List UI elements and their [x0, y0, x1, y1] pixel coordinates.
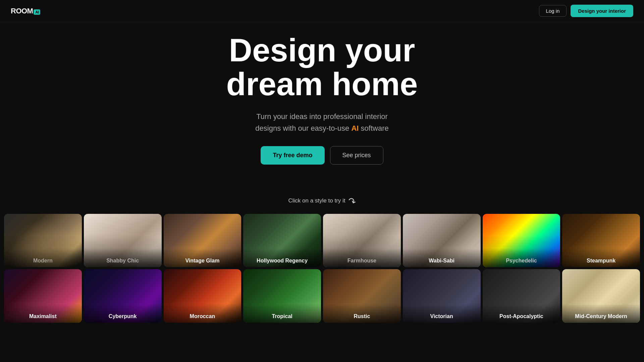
style-card-inner-post-apocalyptic [483, 269, 560, 322]
style-card-inner-wabi-sabi [403, 214, 481, 267]
style-card-modern[interactable]: Modern [4, 214, 82, 267]
style-card-inner-tropical [243, 269, 321, 322]
hero-buttons: Try free demo See prices [0, 146, 644, 165]
style-card-inner-maximalist [4, 269, 82, 322]
style-card-victorian[interactable]: Victorian [403, 269, 481, 322]
nav-actions: Log in Design your interior [539, 5, 633, 17]
style-card-inner-cyberpunk [84, 269, 162, 322]
try-free-demo-button[interactable]: Try free demo [261, 146, 324, 165]
hero-section: Design your dream home Turn your ideas i… [0, 0, 644, 178]
hero-headline: Design your dream home [0, 34, 644, 101]
styles-grid-row2: Maximalist Cyberpunk Moroccan Tropical R… [0, 269, 644, 329]
logo-room-text: ROOM [11, 7, 33, 15]
style-card-post-apocalyptic[interactable]: Post-Apocalyptic [483, 269, 560, 322]
style-card-cyberpunk[interactable]: Cyberpunk [84, 269, 162, 322]
logo-wordmark: ROOMAI [11, 7, 40, 15]
style-card-farmhouse[interactable]: Farmhouse [323, 214, 401, 267]
styles-grid-row1: Modern Shabby Chic Vintage Glam Hollywoo… [0, 214, 644, 267]
hero-subtext-line2: designs with our easy-to-use [255, 124, 351, 132]
style-card-inner-mid-century-modern [562, 269, 640, 322]
style-card-moroccan[interactable]: Moroccan [164, 269, 241, 322]
see-prices-button[interactable]: See prices [330, 146, 383, 165]
logo: ROOMAI [11, 7, 40, 15]
style-card-inner-vintage-glam [164, 214, 241, 267]
style-card-wabi-sabi[interactable]: Wabi-Sabi [403, 214, 481, 267]
hero-ai-text: AI [351, 124, 359, 132]
style-card-inner-victorian [403, 269, 481, 322]
style-card-inner-rustic [323, 269, 401, 322]
style-card-inner-hollywood-regency [243, 214, 321, 267]
hero-headline-line1: Design your [229, 32, 415, 68]
style-card-steampunk[interactable]: Steampunk [562, 214, 640, 267]
arrow-hint-icon: ↷ [346, 195, 358, 208]
hero-headline-line2: dream home [226, 66, 418, 102]
style-card-tropical[interactable]: Tropical [243, 269, 321, 322]
hero-subtext-line1: Turn your ideas into professional interi… [256, 112, 388, 121]
style-card-mid-century-modern[interactable]: Mid-Century Modern [562, 269, 640, 322]
style-card-inner-psychedelic [483, 214, 560, 267]
style-card-inner-shabby-chic [84, 214, 162, 267]
logo-ai-badge: AI [34, 9, 40, 15]
style-card-shabby-chic[interactable]: Shabby Chic [84, 214, 162, 267]
style-card-psychedelic[interactable]: Psychedelic [483, 214, 560, 267]
navbar: ROOMAI Log in Design your interior [0, 0, 644, 22]
design-your-interior-button[interactable]: Design your interior [571, 5, 633, 17]
style-card-inner-steampunk [562, 214, 640, 267]
style-card-inner-moroccan [164, 269, 241, 322]
style-card-inner-modern [4, 214, 82, 267]
style-card-inner-farmhouse [323, 214, 401, 267]
login-button[interactable]: Log in [539, 5, 567, 17]
style-card-hollywood-regency[interactable]: Hollywood Regency [243, 214, 321, 267]
style-hint: Click on a style to try it ↷ [0, 195, 644, 207]
hero-subtext-after: software [359, 124, 388, 132]
hero-subtext: Turn your ideas into professional interi… [0, 111, 644, 134]
style-card-rustic[interactable]: Rustic [323, 269, 401, 322]
style-card-vintage-glam[interactable]: Vintage Glam [164, 214, 241, 267]
style-card-maximalist[interactable]: Maximalist [4, 269, 82, 322]
style-hint-text: Click on a style to try it [288, 197, 345, 204]
